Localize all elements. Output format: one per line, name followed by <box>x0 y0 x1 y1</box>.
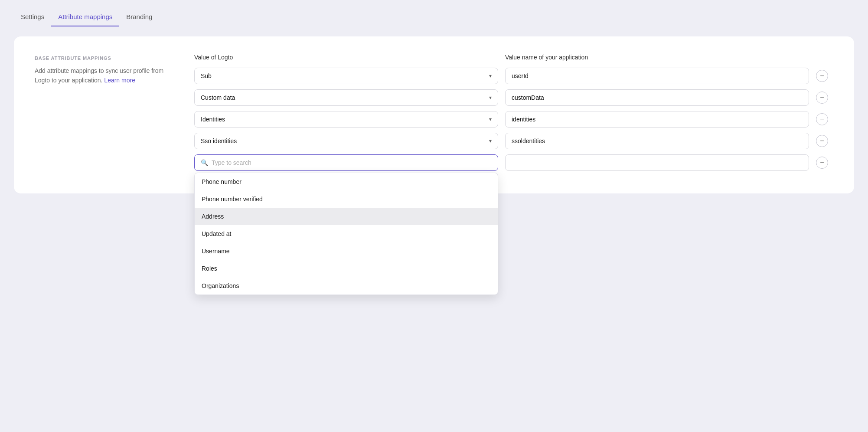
learn-more-link[interactable]: Learn more <box>104 77 135 84</box>
dropdown-item-phone-number[interactable]: Phone number <box>195 173 498 190</box>
select-sso-identities[interactable]: Sso identities ▾ <box>194 133 498 149</box>
left-section: BASE ATTRIBUTE MAPPINGS Add attribute ma… <box>35 54 173 176</box>
select-sub-value: Sub <box>201 72 212 79</box>
select-sub[interactable]: Sub ▾ <box>194 68 498 84</box>
new-mapping-row: 🔍 Phone number Phone number verified Add… <box>194 154 833 171</box>
page-container: Settings Attribute mappings Branding BAS… <box>0 0 868 193</box>
tab-attribute-mappings[interactable]: Attribute mappings <box>51 8 119 26</box>
text-field-ssoidentities[interactable] <box>505 133 809 149</box>
chevron-down-icon: ▾ <box>489 138 492 144</box>
text-field-customdata[interactable] <box>505 89 809 106</box>
remove-button-new[interactable]: − <box>816 157 828 169</box>
remove-button-2[interactable]: − <box>816 92 828 104</box>
select-custom-data-value: Custom data <box>201 94 235 101</box>
search-field-wrapper: 🔍 <box>194 154 498 171</box>
dropdown-item-organizations[interactable]: Organizations <box>195 277 498 295</box>
dropdown-item-username[interactable]: Username <box>195 242 498 260</box>
remove-button-3[interactable]: − <box>816 113 828 125</box>
remove-button-1[interactable]: − <box>816 70 828 82</box>
chevron-down-icon: ▾ <box>489 73 492 79</box>
column-header-left: Value of Logto <box>194 54 498 61</box>
dropdown-item-updated-at[interactable]: Updated at <box>195 225 498 242</box>
select-sso-value: Sso identities <box>201 137 237 144</box>
tabs-bar: Settings Attribute mappings Branding <box>0 0 868 26</box>
right-section: Value of Logto Value name of your applic… <box>194 54 833 176</box>
column-headers: Value of Logto Value name of your applic… <box>194 54 833 61</box>
dropdown-container: 🔍 Phone number Phone number verified Add… <box>194 154 498 171</box>
text-field-new[interactable] <box>505 154 809 171</box>
mapping-row: Sub ▾ − <box>194 68 833 84</box>
dropdown-item-phone-number-verified[interactable]: Phone number verified <box>195 190 498 208</box>
remove-button-4[interactable]: − <box>816 135 828 147</box>
dropdown-list: Phone number Phone number verified Addre… <box>194 173 498 295</box>
description-text: Add attribute mappings to sync user prof… <box>35 67 163 84</box>
card-layout: BASE ATTRIBUTE MAPPINGS Add attribute ma… <box>35 54 833 176</box>
search-input[interactable] <box>212 159 492 166</box>
dropdown-scrollable: Phone number Phone number verified Addre… <box>195 173 498 295</box>
column-header-right: Value name of your application <box>505 54 809 61</box>
search-icon: 🔍 <box>201 159 208 166</box>
mapping-row: Custom data ▾ − <box>194 89 833 106</box>
dropdown-item-address[interactable]: Address <box>195 208 498 225</box>
select-identities[interactable]: Identities ▾ <box>194 111 498 128</box>
tab-settings[interactable]: Settings <box>14 8 51 26</box>
text-field-userid[interactable] <box>505 68 809 84</box>
chevron-down-icon: ▾ <box>489 116 492 122</box>
mapping-row: Sso identities ▾ − <box>194 133 833 149</box>
text-field-identities[interactable] <box>505 111 809 128</box>
section-description: Add attribute mappings to sync user prof… <box>35 66 173 85</box>
tab-branding[interactable]: Branding <box>119 8 159 26</box>
section-title: BASE ATTRIBUTE MAPPINGS <box>35 56 173 61</box>
main-card: BASE ATTRIBUTE MAPPINGS Add attribute ma… <box>14 36 854 193</box>
chevron-down-icon: ▾ <box>489 95 492 101</box>
select-identities-value: Identities <box>201 116 225 123</box>
dropdown-item-roles[interactable]: Roles <box>195 260 498 277</box>
mapping-row: Identities ▾ − <box>194 111 833 128</box>
select-custom-data[interactable]: Custom data ▾ <box>194 89 498 106</box>
